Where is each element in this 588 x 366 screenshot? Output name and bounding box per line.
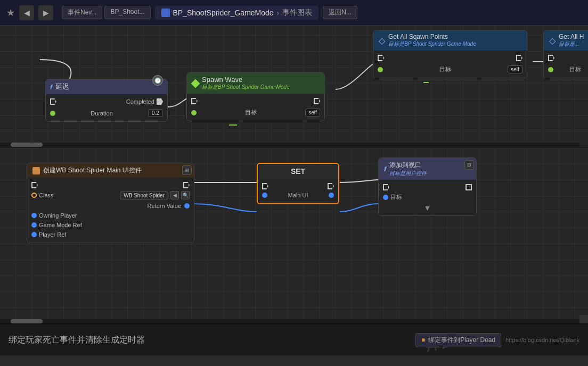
game-mode-pin [31,222,37,228]
status-badge-text: 绑定事件到Player Dead [428,336,495,345]
canvas-top[interactable]: 🕐 f 延迟 Completed Duration 0.2 [0,26,588,148]
set-exec-row [262,182,334,190]
forward-button[interactable]: ▶ [38,5,53,20]
add-viewport-node: ⊞ f 添加到视口 目标是用户控件 目标 ▼ [378,157,477,216]
delay-exec-out [157,98,163,105]
class-next-btn[interactable]: 🔍 [181,191,190,199]
get-spawn2-target-row: 目标 se [548,64,588,74]
spawn-target-value[interactable]: self [305,109,320,117]
spawn-exec-out [314,98,320,104]
create-wb-exec-out [183,182,190,188]
spawn-wave-header: Spawn Wave 目标是BP Shoot Sprider Game Mode [187,73,324,94]
create-wb-title: 创建WB Shoot Spider Main UI控件 [43,166,142,175]
class-pin [31,193,37,198]
set-exec-in [262,183,268,189]
canvas-bottom[interactable]: ⊞ 创建WB Shoot Spider Main UI控件 Class WB S… [0,148,588,323]
get-spawn-target-row: 目标 self [378,64,522,74]
get-spawn-target-value[interactable]: self [508,65,522,73]
spawn-target-row: 目标 self [191,107,320,118]
delay-node: 🕐 f 延迟 Completed Duration 0.2 [45,79,168,122]
owning-player-label: Owning Player [39,212,77,219]
get-spawn2-subtitle: 目标是... [559,40,584,48]
duration-pin [50,111,55,116]
add-viewport-arrow: ▼ [383,203,472,212]
add-viewport-exec-in [383,184,389,190]
get-spawn-body: 目标 self [373,51,527,78]
scrollbar-thumb-top[interactable] [11,143,43,147]
get-spawn2-target-pin [548,67,553,72]
add-viewport-target-row: 目标 [383,192,472,203]
set-node: SET Main UI [257,163,339,204]
add-viewport-exec-row [383,183,472,192]
create-wb-body: Class WB Shoot Spider ◀ 🔍 Return Value O… [27,178,194,243]
delay-header: f 延迟 [46,79,167,94]
set-exec-out [328,183,334,189]
toolbar: ★ ◀ ▶ 事件Nev... BP_Shoot... BP_ShootSprid… [0,0,588,26]
player-ref-pin [31,232,37,237]
scrollbar-horizontal-bottom[interactable] [0,319,579,323]
get-spawn-header: ◇ Get All Sqawn Points 目标是BP Shoot Sprid… [373,30,527,51]
game-mode-row: Game Mode Ref [31,220,190,230]
create-wb-exec-in [31,182,38,188]
status-bar: 绑定玩家死亡事件并清除生成定时器 痒图 ■ 绑定事件到Player Dead h… [0,323,588,355]
player-ref-label: Player Ref [39,231,66,238]
status-badge-icon: ■ [421,336,425,344]
set-header: SET [258,164,338,179]
delay-title: 延迟 [55,82,69,91]
get-spawn2-title: Get All H [559,33,584,40]
tab-return[interactable]: 返回N... [323,6,357,19]
scrollbar-horizontal-top[interactable] [0,143,579,147]
tab-bp-shoot[interactable]: BP_Shoot... [104,6,150,19]
get-spawn-points-node: ◇ Get All Sqawn Points 目标是BP Shoot Sprid… [373,30,527,78]
create-wb-exec-row [31,181,190,189]
delay-duration-row: Duration 0.2 [50,108,163,118]
tab-event-nev[interactable]: 事件Nev... [62,6,102,19]
get-spawn-target-label: 目标 [439,65,451,73]
event-diamond-icon [191,79,200,88]
scrollbar-thumb-bottom[interactable] [11,319,43,323]
duration-value[interactable]: 0.2 [148,109,163,117]
get-spawn2-target-label: 目标 [569,65,581,73]
delay-exec-in [50,98,56,105]
add-viewport-subtitle: 目标是用户控件 [389,170,427,177]
main-ui-label: Main UI [288,192,308,198]
get-spawn-title: Get All Sqawn Points [388,33,476,40]
expand-icon[interactable]: ⊞ [182,165,192,175]
spawn-wave-node: Spawn Wave 目标是BP Shoot Sprider Game Mode… [186,72,325,121]
class-value[interactable]: WB Shoot Spider [120,192,168,199]
back-button[interactable]: ◀ [19,5,34,20]
spawn-exec-in [191,98,198,104]
spawn-wave-title: Spawn Wave [202,76,290,84]
status-url: https://blog.csdn.net/Qiblank [505,337,579,343]
get-spawn-target-pin [378,67,383,72]
owning-player-pin [31,213,37,218]
star-icon[interactable]: ★ [6,7,15,19]
add-viewport-expand-icon[interactable]: ⊞ [464,160,474,170]
class-prev-btn[interactable]: ◀ [170,191,179,199]
add-viewport-exec-out [466,184,472,190]
set-main-ui-pin-out [329,193,334,198]
status-badge[interactable]: ■ 绑定事件到Player Dead [415,333,501,347]
class-label: Class [39,192,54,198]
create-wb-node: ⊞ 创建WB Shoot Spider Main UI控件 Class WB S… [27,163,194,243]
return-label: Return Value [148,203,181,209]
get-spawn-points2-node: ◇ Get All H 目标是... 目标 se [543,30,588,78]
status-right: ■ 绑定事件到Player Dead https://blog.csdn.net… [415,333,579,347]
set-main-ui-pin-in [262,193,267,198]
delay-body: Completed Duration 0.2 [46,94,167,121]
return-pin [184,203,190,209]
set-body: Main UI [258,179,338,203]
status-text: 绑定玩家死亡事件并清除生成定时器 [9,335,145,346]
spawn-wave-body: 目标 self [187,94,324,121]
get-spawn-subtitle: 目标是BP Shoot Sprider Game Mode [388,40,476,48]
add-viewport-func-icon: f [384,165,386,173]
get-spawn2-exec-row [548,54,588,62]
class-row: Class WB Shoot Spider ◀ 🔍 [31,189,190,201]
add-viewport-header: f 添加到视口 目标是用户控件 [379,158,476,180]
get-spawn2-exec-in [548,55,554,61]
get-spawn-exec-in [378,55,384,61]
scroll-corner [579,315,588,323]
add-viewport-body: 目标 ▼ [379,180,476,215]
return-row: Return Value [31,201,190,211]
breadcrumb: BP_ShootSprider_GameMode › 事件图表 [155,6,319,20]
